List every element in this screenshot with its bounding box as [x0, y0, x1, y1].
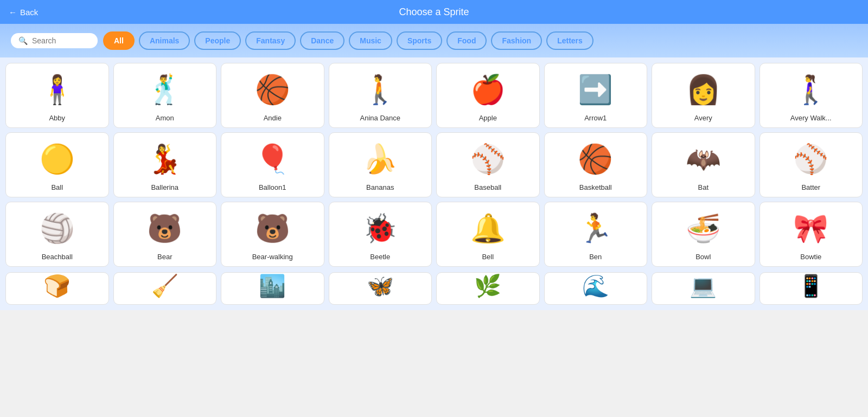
sprite-label: Basketball — [579, 183, 612, 191]
sprite-image-partial: 🦋 — [333, 273, 429, 299]
sprite-card[interactable]: ➡️Arrow1 — [544, 63, 648, 128]
sprite-card[interactable]: 🚶Anina Dance — [329, 63, 432, 128]
sprite-image: 🕺 — [117, 69, 213, 111]
sprite-label: Baseball — [474, 183, 501, 191]
sprite-card[interactable]: ⚾Baseball — [436, 132, 540, 197]
sprite-card[interactable]: 👩Avery — [652, 63, 755, 128]
sprite-label: Bear-walking — [252, 253, 293, 261]
sprite-image-partial: 🧹 — [117, 273, 213, 299]
sprite-card[interactable]: 🍎Apple — [436, 63, 540, 128]
filter-btn-fantasy[interactable]: Fantasy — [245, 31, 296, 50]
sprite-image: 🟡 — [9, 138, 105, 180]
sprite-image: 🎀 — [763, 208, 859, 249]
filter-btn-dance[interactable]: Dance — [300, 31, 344, 50]
sprite-grid-bottom: 🍞🧹🏙️🦋🌿🌊💻📱 — [0, 272, 868, 310]
page-title: Choose a Sprite — [399, 7, 469, 18]
sprite-label: Apple — [479, 114, 497, 122]
sprite-card[interactable]: 🚶‍♀️Avery Walk... — [760, 63, 863, 128]
search-icon: 🔍 — [18, 36, 28, 45]
sprite-image: ⚾ — [763, 138, 859, 180]
search-input[interactable] — [32, 36, 86, 45]
sprite-image: 🐻 — [117, 208, 213, 249]
sprite-card[interactable]: 💃Ballerina — [113, 132, 217, 197]
sprite-image: 🎈 — [225, 138, 321, 180]
sprite-image: 🍌 — [333, 138, 429, 180]
sprite-label: Bowl — [695, 253, 711, 261]
sprite-card-partial[interactable]: 🌊 — [544, 272, 648, 305]
sprite-label: Anina Dance — [360, 114, 400, 122]
sprite-image: 🏐 — [9, 208, 105, 249]
sprite-image-partial: 🌊 — [548, 273, 644, 299]
header: ← Back Choose a Sprite — [0, 0, 868, 24]
filter-btn-food[interactable]: Food — [446, 31, 487, 50]
filter-btn-all[interactable]: All — [103, 31, 135, 50]
sprite-image-partial: 💻 — [655, 273, 751, 299]
sprite-card-partial[interactable]: 💻 — [652, 272, 755, 305]
back-label: Back — [20, 8, 38, 17]
sprite-label: Amon — [156, 114, 174, 122]
sprite-card[interactable]: 🎈Balloon1 — [221, 132, 324, 197]
sprite-card[interactable]: 🏀Andie — [221, 63, 324, 128]
sprite-card[interactable]: 🎀Bowtie — [760, 202, 863, 267]
sprite-label: Avery Walk... — [790, 114, 832, 122]
sprite-label: Batter — [801, 183, 820, 191]
sprite-grid: 🧍‍♀️Abby🕺Amon🏀Andie🚶Anina Dance🍎Apple➡️A… — [0, 57, 868, 272]
sprite-card[interactable]: 🐞Beetle — [329, 202, 432, 267]
sprite-card[interactable]: 🔔Bell — [436, 202, 540, 267]
sprite-label: Bear — [157, 253, 172, 261]
sprite-label: Abby — [49, 114, 65, 122]
sprite-label: Andie — [264, 114, 282, 122]
sprite-card[interactable]: 🟡Ball — [5, 132, 109, 197]
sprite-card[interactable]: 🕺Amon — [113, 63, 217, 128]
filter-btn-sports[interactable]: Sports — [397, 31, 442, 50]
search-box: 🔍 — [11, 33, 98, 48]
sprite-card-partial[interactable]: 🌿 — [436, 272, 540, 305]
sprite-card[interactable]: 🍌Bananas — [329, 132, 432, 197]
sprite-card-partial[interactable]: 🦋 — [329, 272, 432, 305]
sprite-card[interactable]: 🏃Ben — [544, 202, 648, 267]
sprite-card-partial[interactable]: 🏙️ — [221, 272, 324, 305]
sprite-image: 🧍‍♀️ — [9, 69, 105, 111]
sprite-card[interactable]: 🧍‍♀️Abby — [5, 63, 109, 128]
sprite-card[interactable]: 🐻Bear — [113, 202, 217, 267]
sprite-image-partial: 🍞 — [9, 273, 105, 299]
sprite-card-partial[interactable]: 🍞 — [5, 272, 109, 305]
filter-btn-fashion[interactable]: Fashion — [491, 31, 542, 50]
filter-btn-animals[interactable]: Animals — [139, 31, 190, 50]
sprite-image: ➡️ — [548, 69, 644, 111]
sprite-label: Ben — [589, 253, 602, 261]
sprite-image: 🦇 — [655, 138, 751, 180]
sprite-image: ⚾ — [440, 138, 536, 180]
sprite-label: Bananas — [366, 183, 394, 191]
sprite-image: 🚶‍♀️ — [763, 69, 859, 111]
sprite-card[interactable]: 🦇Bat — [652, 132, 755, 197]
sprite-card-partial[interactable]: 🧹 — [113, 272, 217, 305]
sprite-image: 👩 — [655, 69, 751, 111]
sprite-card[interactable]: 🐻Bear-walking — [221, 202, 324, 267]
sprite-image: 🔔 — [440, 208, 536, 249]
sprite-image: 🏀 — [225, 69, 321, 111]
sprite-card[interactable]: 🍜Bowl — [652, 202, 755, 267]
sprite-label: Beachball — [42, 253, 73, 261]
sprite-label: Avery — [694, 114, 712, 122]
filter-btn-letters[interactable]: Letters — [546, 31, 593, 50]
sprite-image-partial: 📱 — [763, 273, 859, 299]
sprite-image: 🐞 — [333, 208, 429, 249]
sprite-label: Arrow1 — [584, 114, 607, 122]
sprite-card-partial[interactable]: 📱 — [760, 272, 863, 305]
sprite-image-partial: 🏙️ — [225, 273, 321, 299]
sprite-image: 🍎 — [440, 69, 536, 111]
sprite-label: Bowtie — [800, 253, 821, 261]
sprite-label: Bell — [482, 253, 494, 261]
sprite-card[interactable]: 🏐Beachball — [5, 202, 109, 267]
sprite-label: Ballerina — [151, 183, 178, 191]
sprite-image: 🐻 — [225, 208, 321, 249]
back-button[interactable]: ← Back — [9, 8, 38, 17]
filter-btn-music[interactable]: Music — [349, 31, 392, 50]
filter-btn-people[interactable]: People — [194, 31, 241, 50]
sprite-card[interactable]: 🏀Basketball — [544, 132, 648, 197]
sprite-image: 💃 — [117, 138, 213, 180]
sprite-label: Beetle — [370, 253, 390, 261]
sprite-card[interactable]: ⚾Batter — [760, 132, 863, 197]
sprite-image: 🚶 — [333, 69, 429, 111]
